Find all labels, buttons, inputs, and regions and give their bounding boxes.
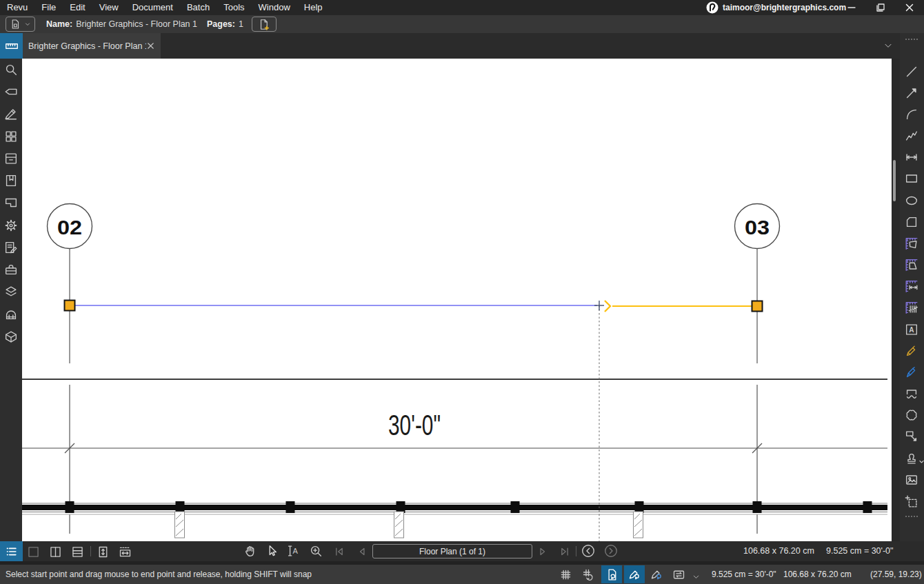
menu-edit[interactable]: Edit bbox=[63, 0, 92, 15]
status-bar: Select start point and drag mouse to end… bbox=[0, 565, 924, 584]
status-scale[interactable]: 9.525 cm = 30'-0" bbox=[712, 570, 776, 579]
tab-title: Brighter Graphics - Floor Plan 1* bbox=[28, 41, 146, 51]
thumbnails-icon[interactable] bbox=[3, 129, 19, 144]
pages-label: Pages: bbox=[207, 19, 235, 29]
pen-sync-icon[interactable] bbox=[649, 567, 664, 582]
menu-view[interactable]: View bbox=[92, 0, 125, 15]
image-tool-icon[interactable] bbox=[904, 472, 919, 487]
file-access-icon[interactable] bbox=[3, 151, 19, 166]
menu-batch[interactable]: Batch bbox=[180, 0, 217, 15]
measurements-panel-button[interactable] bbox=[0, 33, 23, 59]
menu-revu[interactable]: Revu bbox=[0, 0, 34, 15]
sets-icon[interactable] bbox=[3, 307, 19, 322]
select-text-icon[interactable]: A bbox=[285, 543, 301, 558]
dimension-tool-icon[interactable] bbox=[904, 150, 919, 165]
next-page-icon[interactable] bbox=[535, 544, 550, 559]
line-tool-icon[interactable] bbox=[904, 64, 919, 79]
rectangle-tool-icon[interactable] bbox=[904, 171, 919, 186]
scale-readout: 9.525 cm = 30'-0" bbox=[826, 546, 894, 556]
layers-icon[interactable] bbox=[3, 284, 19, 299]
stamp-dropdown-chevron[interactable] bbox=[918, 455, 924, 467]
grip-handle-right[interactable] bbox=[752, 301, 763, 312]
markups-list-icon[interactable] bbox=[3, 240, 19, 255]
measure-area-icon[interactable] bbox=[904, 236, 919, 251]
pen-tool-icon[interactable] bbox=[904, 365, 919, 380]
next-view-icon[interactable] bbox=[603, 543, 619, 558]
fit-page-icon[interactable] bbox=[95, 544, 110, 559]
split-vertical-icon[interactable] bbox=[48, 544, 63, 559]
split-horizontal-icon[interactable] bbox=[70, 544, 85, 559]
pan-hand-icon[interactable] bbox=[243, 543, 258, 558]
polygon-tool-icon[interactable] bbox=[904, 214, 919, 230]
spaces-icon[interactable] bbox=[3, 195, 19, 210]
hatched-columns bbox=[175, 512, 643, 538]
zoom-icon[interactable] bbox=[308, 543, 323, 558]
menu-window[interactable]: Window bbox=[252, 0, 297, 15]
file-bar: Name: Brighter Graphics - Floor Plan 1 P… bbox=[0, 15, 924, 33]
svg-text:A: A bbox=[909, 326, 914, 334]
stamp-tool-icon[interactable] bbox=[904, 451, 919, 466]
tab-close-icon[interactable] bbox=[146, 41, 155, 50]
sync-views-icon[interactable] bbox=[671, 567, 686, 582]
single-pane-icon[interactable] bbox=[26, 544, 41, 559]
ellipse-tool-icon[interactable] bbox=[904, 193, 919, 208]
grip-handle-left[interactable] bbox=[65, 301, 75, 311]
squiggly-underline-tool-icon[interactable] bbox=[904, 386, 919, 401]
reuse-markup-icon[interactable] bbox=[627, 567, 642, 582]
menu-document[interactable]: Document bbox=[125, 0, 180, 15]
grid-bubble-03: 03 bbox=[735, 204, 780, 249]
menu-file[interactable]: File bbox=[34, 0, 63, 15]
select-cursor-icon[interactable] bbox=[264, 543, 279, 558]
last-page-icon[interactable] bbox=[557, 544, 572, 559]
studio-icon[interactable] bbox=[3, 329, 19, 344]
menu-help[interactable]: Help bbox=[297, 0, 330, 15]
text-box-tool-icon[interactable]: A bbox=[904, 322, 919, 337]
previous-view-icon[interactable] bbox=[581, 543, 596, 558]
grid-toggle-icon[interactable] bbox=[558, 567, 573, 582]
separator bbox=[576, 546, 576, 556]
settings-gear-icon[interactable] bbox=[3, 218, 19, 233]
toolbar-drag-handle-bottom[interactable] bbox=[905, 516, 918, 517]
menu-tools[interactable]: Tools bbox=[217, 0, 251, 15]
previous-page-icon[interactable] bbox=[354, 544, 370, 559]
calibrate-icon[interactable] bbox=[3, 106, 19, 121]
drawing-canvas[interactable]: 02 03 30'-0" bbox=[22, 59, 892, 541]
tab-overflow-chevron[interactable] bbox=[883, 40, 894, 54]
tool-chest-icon[interactable] bbox=[3, 262, 19, 277]
add-page-icon bbox=[257, 18, 270, 31]
grid-line-02 bbox=[65, 249, 74, 534]
measure-count-icon[interactable] bbox=[904, 300, 919, 315]
measure-length-icon[interactable] bbox=[904, 279, 919, 294]
status-coordinates: (27.59, 19.23) bbox=[870, 570, 922, 579]
markups-list-toggle-button[interactable] bbox=[0, 541, 23, 561]
arc-tool-icon[interactable] bbox=[904, 107, 919, 122]
status-dropdown-chevron[interactable] bbox=[688, 569, 703, 584]
search-icon[interactable] bbox=[3, 62, 19, 77]
cloud-tool-icon[interactable] bbox=[904, 407, 919, 423]
flag-icon[interactable] bbox=[3, 84, 19, 99]
minimize-button[interactable] bbox=[842, 0, 861, 15]
scrollbar-thumb[interactable] bbox=[893, 160, 896, 201]
insert-pages-button[interactable] bbox=[252, 17, 277, 32]
snapshot-tool-icon[interactable] bbox=[904, 494, 919, 510]
account-email[interactable]: taimoor@brightergraphics.com bbox=[723, 3, 846, 12]
close-button[interactable] bbox=[900, 0, 919, 15]
bookmarks-icon[interactable] bbox=[3, 173, 19, 188]
reuse-page-icon[interactable] bbox=[604, 567, 619, 582]
toolbar-drag-handle[interactable] bbox=[905, 39, 918, 40]
polyline-tool-icon[interactable] bbox=[904, 128, 919, 143]
document-switcher-button[interactable] bbox=[6, 17, 35, 32]
document-tab[interactable]: Brighter Graphics - Floor Plan 1* bbox=[23, 33, 161, 59]
callout-tool-icon[interactable] bbox=[904, 429, 919, 444]
highlighter-tool-icon[interactable] bbox=[904, 343, 919, 359]
fit-width-icon[interactable] bbox=[117, 544, 132, 559]
measure-dynamic-icon[interactable] bbox=[904, 257, 919, 272]
restore-button[interactable] bbox=[871, 0, 890, 15]
first-page-icon[interactable] bbox=[332, 544, 347, 559]
canvas-scrollbar[interactable] bbox=[892, 59, 900, 541]
arrow-tool-icon[interactable] bbox=[904, 85, 919, 101]
yellow-chevron bbox=[605, 301, 610, 312]
page-navigation-field[interactable]: Floor Plan (1 of 1) bbox=[372, 544, 532, 558]
revu-window: Revu File Edit View Document Batch Tools… bbox=[0, 0, 924, 584]
snap-to-grid-icon[interactable] bbox=[581, 567, 596, 582]
